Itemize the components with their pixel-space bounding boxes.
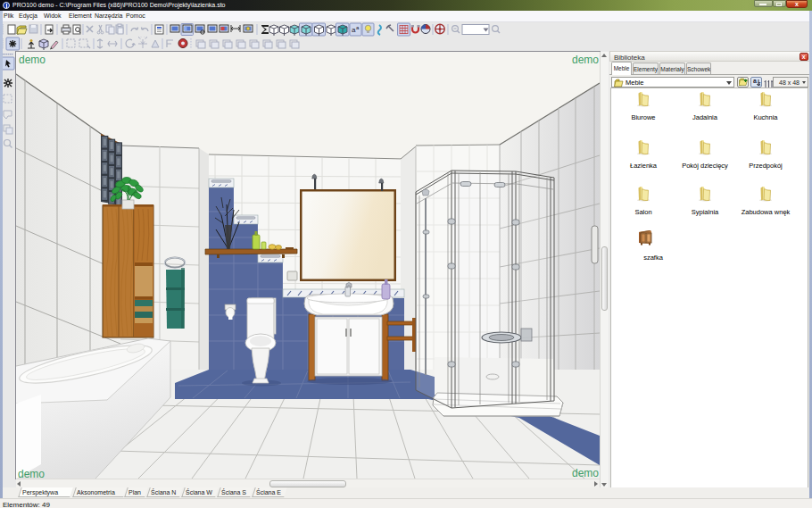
svg-text:demo: demo	[19, 54, 46, 66]
svg-text:demo: demo	[572, 54, 599, 66]
svg-text:demo: demo	[18, 468, 45, 479]
svg-text:demo: demo	[572, 467, 599, 479]
